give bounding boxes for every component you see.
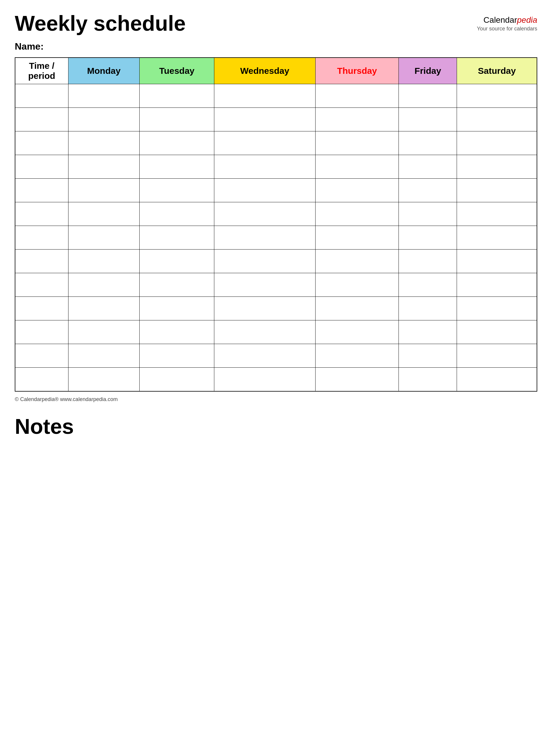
table-cell[interactable] xyxy=(214,131,315,155)
table-header-row: Time / period Monday Tuesday Wednesday T… xyxy=(15,57,537,84)
table-cell[interactable] xyxy=(399,297,457,321)
table-cell[interactable] xyxy=(214,108,315,131)
table-cell[interactable] xyxy=(315,108,399,131)
table-cell[interactable] xyxy=(68,368,139,391)
table-cell[interactable] xyxy=(214,179,315,202)
table-row xyxy=(15,226,537,250)
table-cell[interactable] xyxy=(68,273,139,297)
table-cell[interactable] xyxy=(15,131,68,155)
table-cell[interactable] xyxy=(399,84,457,108)
table-cell[interactable] xyxy=(139,368,214,391)
notes-title: Notes xyxy=(15,414,537,438)
table-cell[interactable] xyxy=(15,179,68,202)
table-cell[interactable] xyxy=(139,155,214,179)
table-cell[interactable] xyxy=(139,84,214,108)
table-cell[interactable] xyxy=(15,226,68,250)
table-cell[interactable] xyxy=(315,179,399,202)
table-cell[interactable] xyxy=(15,368,68,391)
table-cell[interactable] xyxy=(139,202,214,226)
table-cell[interactable] xyxy=(15,321,68,344)
table-cell[interactable] xyxy=(399,179,457,202)
table-cell[interactable] xyxy=(15,108,68,131)
table-cell[interactable] xyxy=(399,344,457,368)
table-cell[interactable] xyxy=(68,131,139,155)
table-cell[interactable] xyxy=(214,250,315,273)
table-cell[interactable] xyxy=(214,321,315,344)
name-label: Name: xyxy=(15,41,537,52)
table-cell[interactable] xyxy=(68,344,139,368)
table-cell[interactable] xyxy=(315,368,399,391)
table-cell[interactable] xyxy=(457,155,537,179)
table-cell[interactable] xyxy=(457,202,537,226)
table-cell[interactable] xyxy=(68,297,139,321)
table-cell[interactable] xyxy=(139,108,214,131)
table-cell[interactable] xyxy=(399,202,457,226)
table-cell[interactable] xyxy=(315,273,399,297)
table-cell[interactable] xyxy=(457,368,537,391)
table-cell[interactable] xyxy=(15,344,68,368)
table-cell[interactable] xyxy=(399,131,457,155)
weekly-schedule-table: Time / period Monday Tuesday Wednesday T… xyxy=(15,57,537,392)
table-cell[interactable] xyxy=(68,202,139,226)
table-cell[interactable] xyxy=(457,179,537,202)
table-cell[interactable] xyxy=(214,368,315,391)
table-cell[interactable] xyxy=(214,202,315,226)
table-cell[interactable] xyxy=(315,226,399,250)
table-cell[interactable] xyxy=(399,368,457,391)
table-cell[interactable] xyxy=(15,155,68,179)
table-cell[interactable] xyxy=(139,179,214,202)
table-cell[interactable] xyxy=(399,108,457,131)
table-cell[interactable] xyxy=(315,297,399,321)
table-cell[interactable] xyxy=(139,297,214,321)
table-cell[interactable] xyxy=(399,226,457,250)
table-cell[interactable] xyxy=(315,250,399,273)
table-cell[interactable] xyxy=(214,297,315,321)
table-cell[interactable] xyxy=(457,108,537,131)
table-cell[interactable] xyxy=(457,131,537,155)
table-cell[interactable] xyxy=(457,297,537,321)
table-cell[interactable] xyxy=(315,84,399,108)
table-cell[interactable] xyxy=(315,155,399,179)
table-cell[interactable] xyxy=(139,344,214,368)
table-cell[interactable] xyxy=(68,84,139,108)
table-cell[interactable] xyxy=(68,321,139,344)
table-cell[interactable] xyxy=(139,250,214,273)
table-cell[interactable] xyxy=(68,155,139,179)
table-cell[interactable] xyxy=(139,226,214,250)
table-cell[interactable] xyxy=(139,321,214,344)
table-cell[interactable] xyxy=(399,155,457,179)
col-header-saturday: Saturday xyxy=(457,57,537,84)
table-cell[interactable] xyxy=(457,226,537,250)
table-cell[interactable] xyxy=(214,155,315,179)
table-cell[interactable] xyxy=(214,273,315,297)
table-cell[interactable] xyxy=(457,321,537,344)
table-cell[interactable] xyxy=(15,202,68,226)
table-cell[interactable] xyxy=(68,179,139,202)
brand-name: Calendarpedia xyxy=(484,15,537,24)
table-cell[interactable] xyxy=(68,108,139,131)
table-cell[interactable] xyxy=(399,321,457,344)
table-cell[interactable] xyxy=(68,226,139,250)
table-cell[interactable] xyxy=(15,250,68,273)
page-header: Weekly schedule Calendarpedia Your sourc… xyxy=(15,12,537,35)
table-cell[interactable] xyxy=(457,250,537,273)
table-cell[interactable] xyxy=(214,344,315,368)
table-cell[interactable] xyxy=(457,344,537,368)
table-cell[interactable] xyxy=(15,297,68,321)
table-cell[interactable] xyxy=(399,273,457,297)
table-row xyxy=(15,297,537,321)
table-cell[interactable] xyxy=(15,84,68,108)
table-cell[interactable] xyxy=(399,250,457,273)
table-cell[interactable] xyxy=(457,273,537,297)
table-cell[interactable] xyxy=(315,202,399,226)
table-cell[interactable] xyxy=(139,131,214,155)
table-cell[interactable] xyxy=(15,273,68,297)
table-cell[interactable] xyxy=(139,273,214,297)
table-cell[interactable] xyxy=(214,84,315,108)
table-cell[interactable] xyxy=(315,321,399,344)
table-cell[interactable] xyxy=(315,344,399,368)
table-cell[interactable] xyxy=(457,84,537,108)
table-cell[interactable] xyxy=(214,226,315,250)
table-cell[interactable] xyxy=(315,131,399,155)
table-cell[interactable] xyxy=(68,250,139,273)
